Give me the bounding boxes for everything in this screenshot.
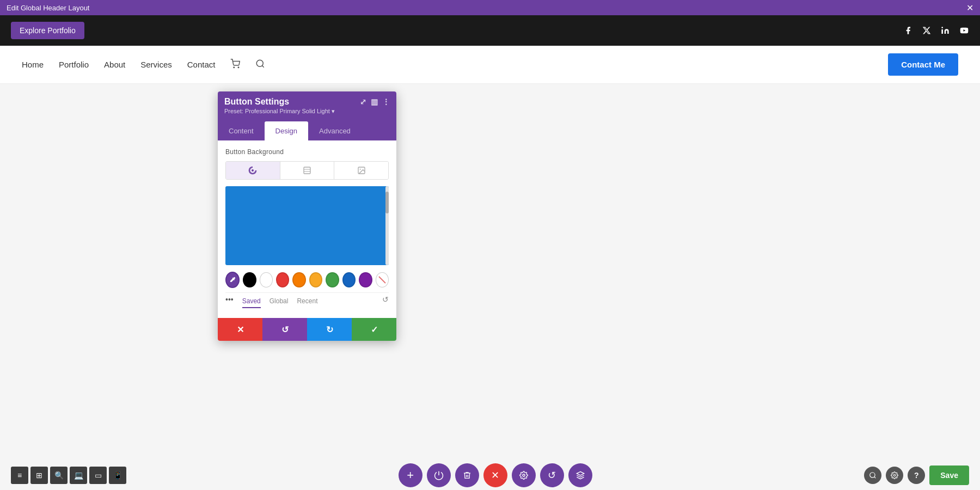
tab-design[interactable]: Design [265,121,308,140]
site-top-bar: Explore Portfolio [0,15,980,46]
svg-point-2 [234,67,235,68]
svg-line-10 [379,277,385,283]
power-button[interactable] [427,463,451,487]
close-button[interactable]: ✕ [483,463,507,487]
youtube-icon[interactable] [959,26,969,35]
swatch-black[interactable] [243,272,256,287]
panel-content: Button Background [218,140,396,318]
settings-button[interactable] [512,463,536,487]
svg-marker-13 [577,471,584,475]
section-label: Button Background [225,148,389,156]
panel-title-text: Button Settings [224,97,289,107]
hamburger-tool[interactable]: ≡ [11,467,28,484]
twitter-x-icon[interactable] [922,26,931,35]
expand-icon[interactable]: ⤢ [360,97,366,106]
layers-button[interactable] [568,463,592,487]
panel-header: Button Settings ⤢ ▥ ⋮ Preset: Profession… [218,91,396,121]
trash-button[interactable] [455,463,479,487]
color-display[interactable] [225,186,389,265]
panel-title-row: Button Settings ⤢ ▥ ⋮ [224,97,390,107]
layout-icon[interactable]: ▥ [371,97,378,106]
bg-type-selector [225,161,389,180]
bottom-center-tools: + ✕ ↺ [399,463,592,487]
desktop-tool[interactable]: 💻 [70,467,87,484]
gear-icon[interactable] [886,467,903,484]
svg-point-14 [870,472,875,477]
tab-content[interactable]: Content [218,121,265,140]
bg-type-color[interactable] [226,162,280,179]
nav-home[interactable]: Home [22,60,44,69]
contact-me-button[interactable]: Contact Me [888,53,958,76]
nav-services[interactable]: Services [140,60,172,69]
facebook-icon[interactable] [904,26,912,35]
svg-point-3 [238,67,240,68]
panel-title-icons: ⤢ ▥ ⋮ [360,97,390,106]
confirm-button[interactable]: ✓ [352,318,396,341]
panel-scrollbar[interactable] [385,186,389,265]
panel-preset[interactable]: Preset: Professional Primary Solid Light… [224,108,390,119]
social-icons-group [904,26,969,35]
svg-point-4 [257,60,264,66]
swatch-purple[interactable] [359,272,372,287]
svg-point-12 [523,474,525,476]
more-icon[interactable]: ⋮ [382,97,390,106]
nav-links: Home Portfolio About Services Contact [22,59,265,71]
panel-actions: ✕ ↺ ↻ ✓ [218,318,396,341]
color-tab-recent[interactable]: Recent [297,295,317,308]
svg-line-5 [262,65,264,67]
svg-line-15 [874,476,876,478]
swatch-yellow[interactable] [309,272,322,287]
preset-swatches [225,272,389,288]
bg-type-image[interactable] [334,162,388,179]
eyedropper-icon[interactable] [225,272,240,288]
mobile-tool[interactable]: 📱 [109,467,126,484]
help-icon[interactable]: ? [908,467,925,484]
swatch-green[interactable] [326,272,339,287]
save-button[interactable]: Save [929,465,969,485]
search-icon[interactable] [255,59,265,71]
nav-contact[interactable]: Contact [187,60,216,69]
undo-button[interactable]: ↺ [262,318,307,341]
search-tool[interactable]: 🔍 [50,467,68,484]
bottom-toolbar: ≡ ⊞ 🔍 💻 ▭ 📱 + ✕ ↺ [0,460,980,490]
color-tabs: ••• Saved Global Recent ↺ [225,292,389,310]
add-button[interactable]: + [399,463,422,487]
site-preview: Explore Portfolio Home Portfolio About S… [0,15,980,490]
bottom-left-tools: ≡ ⊞ 🔍 💻 ▭ 📱 [11,467,126,484]
swatch-white[interactable] [260,272,273,287]
svg-point-6 [252,169,254,171]
swatch-orange[interactable] [292,272,305,287]
tab-advanced[interactable]: Advanced [308,121,362,140]
svg-point-16 [894,474,896,476]
svg-point-0 [941,27,943,28]
panel-tabs: Content Design Advanced [218,121,396,140]
color-tab-saved[interactable]: Saved [242,295,261,308]
panel-scrollbar-thumb[interactable] [385,192,389,213]
cancel-button[interactable]: ✕ [218,318,262,341]
swatch-none[interactable] [376,272,389,287]
explore-portfolio-button[interactable]: Explore Portfolio [11,22,84,39]
ellipsis-icon[interactable]: ••• [225,295,234,308]
zoom-icon[interactable] [864,467,881,484]
color-tab-global[interactable]: Global [270,295,289,308]
cart-icon[interactable] [230,59,240,71]
history-button[interactable]: ↺ [540,463,564,487]
tablet-tool[interactable]: ▭ [89,467,107,484]
bottom-right-tools: ? Save [864,465,969,485]
editor-title: Edit Global Header Layout [7,4,89,12]
close-icon[interactable]: ✕ [966,3,973,13]
redo-button[interactable]: ↻ [307,318,352,341]
nav-portfolio[interactable]: Portfolio [59,60,89,69]
linkedin-icon[interactable] [941,26,950,35]
svg-rect-7 [304,167,310,174]
bg-type-gradient[interactable] [280,162,335,179]
color-reset-icon[interactable]: ↺ [382,295,389,308]
svg-point-9 [359,169,360,170]
editor-top-bar: Edit Global Header Layout ✕ [0,0,980,15]
site-nav: Home Portfolio About Services Contact Co… [0,46,980,84]
swatch-blue[interactable] [342,272,356,287]
swatch-red[interactable] [276,272,289,287]
grid-tool[interactable]: ⊞ [30,467,48,484]
nav-about[interactable]: About [104,60,125,69]
settings-panel: Button Settings ⤢ ▥ ⋮ Preset: Profession… [218,91,396,341]
